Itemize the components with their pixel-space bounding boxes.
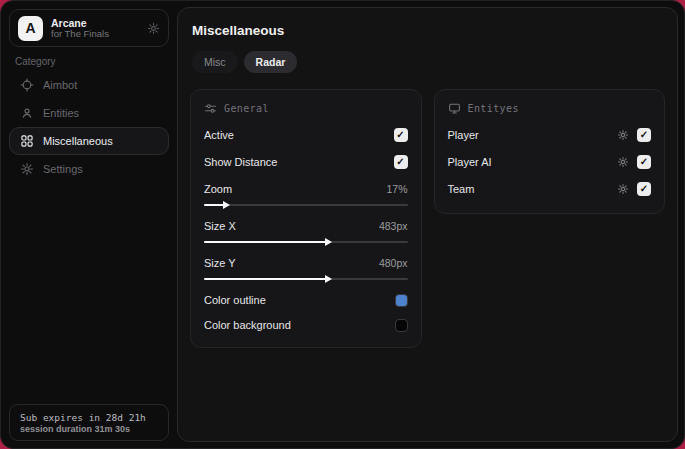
sidebar-item-miscellaneous[interactable]: Miscellaneous (9, 127, 169, 155)
sidebar-item-label: Aimbot (43, 79, 77, 91)
entity-row-player: Player ✓ (448, 125, 652, 145)
slider-fill (204, 241, 326, 243)
page-title: Miscellaneous (192, 23, 665, 38)
brand-text: Arcane for The Finals (51, 17, 147, 40)
entities-card: Entityes Player ✓ (434, 89, 666, 214)
cards-row: General Active ✓ Show Distance ✓ (190, 89, 665, 348)
entities-card-title: Entityes (468, 103, 519, 114)
color-background-swatch[interactable] (395, 319, 408, 332)
sidebar-item-settings[interactable]: Settings (9, 155, 169, 183)
person-icon (19, 106, 35, 120)
sidebar-item-entities[interactable]: Entities (9, 99, 169, 127)
player-ai-checkbox[interactable]: ✓ (637, 155, 651, 169)
size-y-slider[interactable] (204, 278, 408, 280)
sidebar-item-label: Entities (43, 107, 79, 119)
gear-icon[interactable] (147, 22, 160, 35)
app-subtitle: for The Finals (51, 29, 147, 40)
general-card: General Active ✓ Show Distance ✓ (190, 89, 422, 348)
size-y-slider-group: Size Y 480px (204, 253, 408, 280)
entity-label: Player (448, 129, 479, 141)
category-label: Category (15, 56, 56, 67)
sidebar-item-aimbot[interactable]: Aimbot (9, 71, 169, 99)
brand-card: A Arcane for The Finals (9, 9, 169, 47)
tab-bar: Misc Radar (192, 51, 665, 73)
check-icon: ✓ (396, 157, 404, 167)
app-name: Arcane (51, 17, 147, 29)
zoom-slider[interactable] (204, 204, 408, 206)
tab-misc[interactable]: Misc (192, 51, 238, 73)
main-panel: Miscellaneous Misc Radar (177, 7, 678, 442)
zoom-slider-group: Zoom 17% (204, 179, 408, 206)
sidebar-menu: Aimbot Entities (9, 71, 169, 183)
sub-expiry-text: Sub expires in 28d 21h (20, 412, 158, 423)
color-background-row: Color background (204, 315, 408, 335)
general-card-title: General (224, 103, 269, 114)
size-x-slider[interactable] (204, 241, 408, 243)
toggle-label: Show Distance (204, 156, 277, 168)
entities-card-header: Entityes (448, 102, 652, 115)
sidebar-item-label: Settings (43, 163, 83, 175)
subscription-card: Sub expires in 28d 21h session duration … (9, 404, 169, 441)
toggle-row-show-distance: Show Distance ✓ (204, 152, 408, 172)
slider-label: Zoom (204, 183, 232, 195)
slider-value: 480px (379, 257, 408, 269)
color-outline-swatch[interactable] (395, 294, 408, 307)
session-duration-text: session duration 31m 30s (20, 424, 158, 434)
gear-icon (19, 162, 35, 176)
player-checkbox[interactable]: ✓ (637, 128, 651, 142)
slider-value: 17% (386, 183, 407, 195)
slider-thumb[interactable] (223, 201, 230, 209)
sidebar: A Arcane for The Finals Category (1, 1, 177, 448)
gear-icon[interactable] (617, 183, 629, 195)
general-card-header: General (204, 102, 408, 115)
color-outline-row: Color outline (204, 290, 408, 310)
color-label: Color background (204, 319, 291, 331)
entity-row-player-ai: Player AI ✓ (448, 152, 652, 172)
color-label: Color outline (204, 294, 266, 306)
entity-label: Player AI (448, 156, 492, 168)
sidebar-item-label: Miscellaneous (43, 135, 113, 147)
monitor-icon (448, 102, 461, 115)
active-checkbox[interactable]: ✓ (394, 128, 408, 142)
crosshair-icon (19, 78, 35, 92)
slider-thumb[interactable] (325, 275, 332, 283)
slider-fill (204, 278, 326, 280)
team-checkbox[interactable]: ✓ (637, 182, 651, 196)
check-icon: ✓ (640, 157, 648, 167)
slider-label: Size Y (204, 257, 236, 269)
entity-row-team: Team ✓ (448, 179, 652, 199)
desktop-background: A Arcane for The Finals Category (0, 0, 685, 449)
size-x-slider-group: Size X 483px (204, 216, 408, 243)
tab-radar[interactable]: Radar (244, 51, 298, 73)
slider-thumb[interactable] (325, 238, 332, 246)
toggle-row-active: Active ✓ (204, 125, 408, 145)
show-distance-checkbox[interactable]: ✓ (394, 155, 408, 169)
check-icon: ✓ (640, 184, 648, 194)
gear-icon[interactable] (617, 129, 629, 141)
slider-fill (204, 204, 224, 206)
grid-icon (19, 134, 35, 148)
check-icon: ✓ (396, 130, 404, 140)
entity-label: Team (448, 183, 475, 195)
check-icon: ✓ (640, 130, 648, 140)
slider-label: Size X (204, 220, 236, 232)
slider-value: 483px (379, 220, 408, 232)
gear-icon[interactable] (617, 156, 629, 168)
app-window: A Arcane for The Finals Category (0, 0, 685, 449)
toggle-label: Active (204, 129, 234, 141)
app-logo: A (18, 16, 43, 41)
sliders-icon (204, 102, 217, 115)
